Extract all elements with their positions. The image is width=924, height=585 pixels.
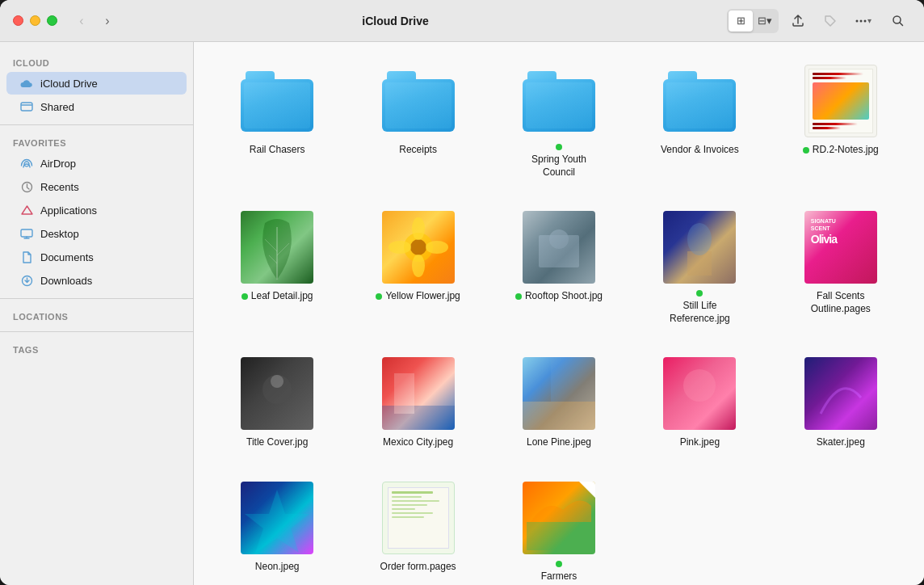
svg-point-10: [410, 239, 426, 255]
list-view-button[interactable]: ⊟▾: [753, 11, 777, 32]
file-item-farmers-market[interactable]: Farmers Market...acket.pdf: [495, 475, 623, 585]
desktop-label: Desktop: [40, 228, 79, 240]
sidebar-item-downloads[interactable]: Downloads: [6, 269, 187, 292]
file-item-title-cover[interactable]: Title Cover.jpg: [213, 351, 341, 456]
minimize-button[interactable]: [30, 15, 40, 26]
file-item-pink[interactable]: Pink.jpeg: [636, 351, 763, 456]
file-name-still-life: Still Life Reference.jpg: [655, 290, 744, 325]
sidebar-item-icloud-drive[interactable]: iCloud Drive: [6, 72, 187, 95]
file-thumb-spring-youth-council: [523, 65, 595, 137]
tags-section-header: Tags: [0, 339, 193, 358]
svg-point-25: [683, 369, 716, 402]
file-thumb-rooftop-shoot: [523, 211, 595, 284]
file-name-mexico-city: Mexico City.jpeg: [383, 436, 453, 449]
svg-rect-24: [551, 357, 595, 402]
file-name-yellow-flower: Yellow Flower.jpg: [376, 290, 460, 303]
file-item-rd-notes[interactable]: RD.2-Notes.jpg: [777, 58, 905, 185]
file-item-lone-pine[interactable]: Lone Pine.jpeg: [495, 351, 623, 456]
sync-dot-flower: [376, 293, 382, 300]
sidebar-divider-1: [0, 124, 193, 125]
downloads-icon: [19, 273, 34, 288]
file-thumb-rail-chasers: [241, 65, 313, 137]
sync-dot-rooftop: [515, 293, 522, 300]
file-area: Rail Chasers Receipts: [194, 42, 924, 585]
file-item-yellow-flower[interactable]: Yellow Flower.jpg: [354, 204, 481, 331]
file-thumb-fall-scents: SIGNATUSCENT Olivia: [804, 211, 877, 284]
file-item-leaf-detail[interactable]: Leaf Detail.jpg: [213, 204, 341, 331]
sync-dot-spring: [556, 144, 562, 150]
file-item-receipts[interactable]: Receipts: [354, 58, 481, 185]
svg-rect-22: [394, 373, 414, 414]
icloud-section-header: iCloud: [0, 52, 193, 71]
file-thumb-pink: [663, 357, 736, 430]
file-thumb-title-cover: [241, 357, 313, 430]
traffic-lights: [13, 15, 57, 26]
file-thumb-vendor-invoices: [663, 65, 736, 137]
file-thumb-leaf-detail: [241, 211, 313, 284]
file-thumb-mexico-city: [382, 357, 455, 430]
file-item-spring-youth-council[interactable]: Spring Youth Council: [495, 58, 623, 185]
svg-point-18: [687, 223, 712, 255]
file-name-neon: Neon.jpeg: [255, 561, 300, 574]
grid-view-button[interactable]: ⊞: [729, 11, 753, 32]
share-button[interactable]: [785, 8, 811, 34]
close-button[interactable]: [13, 15, 23, 26]
file-item-rail-chasers[interactable]: Rail Chasers: [213, 58, 341, 185]
documents-icon: [19, 250, 34, 264]
tag-button[interactable]: [817, 8, 843, 34]
svg-rect-27: [527, 522, 591, 550]
svg-rect-26: [804, 357, 877, 430]
file-thumb-order-form: [382, 482, 455, 554]
applications-icon: [19, 203, 34, 217]
file-item-still-life[interactable]: Still Life Reference.jpg: [636, 204, 763, 331]
svg-rect-4: [21, 103, 32, 111]
shared-icon: [19, 99, 34, 114]
file-thumb-rd-notes: [804, 65, 877, 137]
svg-point-2: [863, 19, 866, 22]
file-name-lone-pine: Lone Pine.jpeg: [527, 436, 591, 449]
file-item-mexico-city[interactable]: Mexico City.jpeg: [354, 351, 481, 456]
search-button[interactable]: [885, 8, 911, 34]
file-thumb-lone-pine: [523, 357, 595, 430]
file-thumb-receipts: [382, 65, 455, 137]
file-name-fall-scents: Fall Scents Outline.pages: [796, 290, 885, 315]
sidebar-item-shared[interactable]: Shared: [6, 95, 187, 118]
file-item-fall-scents[interactable]: SIGNATUSCENT Olivia Fall Scents Outline.…: [777, 204, 905, 331]
file-name-title-cover: Title Cover.jpg: [246, 436, 308, 449]
titlebar: ‹ › iCloud Drive ⊞ ⊟▾: [0, 0, 924, 42]
file-name-leaf-detail: Leaf Detail.jpg: [242, 290, 313, 303]
svg-point-0: [855, 19, 858, 22]
svg-point-14: [426, 241, 448, 254]
file-item-order-form[interactable]: Order form.pages: [354, 475, 481, 585]
file-name-order-form: Order form.pages: [380, 561, 456, 574]
file-name-pink: Pink.jpeg: [680, 436, 720, 449]
toolbar-right: ⊞ ⊟▾ ▾: [727, 8, 911, 34]
maximize-button[interactable]: [47, 15, 57, 26]
file-item-neon[interactable]: Neon.jpeg: [213, 475, 341, 585]
file-name-rd-notes: RD.2-Notes.jpg: [803, 144, 879, 157]
sidebar-item-applications[interactable]: Applications: [6, 199, 187, 221]
svg-point-13: [388, 241, 411, 254]
sidebar-item-desktop[interactable]: Desktop: [6, 222, 187, 245]
file-name-spring-youth-council: Spring Youth Council: [514, 144, 603, 179]
sync-dot-farmers: [556, 561, 562, 567]
sync-dot-rd: [803, 147, 809, 154]
documents-label: Documents: [40, 251, 94, 263]
sync-dot-still: [696, 290, 703, 297]
file-item-skater[interactable]: Skater.jpeg: [777, 351, 905, 456]
recents-icon: [19, 179, 34, 194]
sidebar-divider-3: [0, 331, 193, 332]
sidebar-item-documents[interactable]: Documents: [6, 246, 187, 268]
file-item-rooftop-shoot[interactable]: Rooftop Shoot.jpg: [495, 204, 623, 331]
sidebar-item-airdrop[interactable]: AirDrop: [6, 152, 187, 175]
more-button[interactable]: ▾: [850, 8, 876, 34]
file-item-vendor-invoices[interactable]: Vendor & Invoices: [636, 58, 763, 185]
svg-rect-7: [21, 229, 32, 237]
sidebar-item-recents[interactable]: Recents: [6, 175, 187, 198]
airdrop-label: AirDrop: [40, 158, 76, 170]
icloud-drive-label: iCloud Drive: [40, 78, 98, 90]
recents-label: Recents: [40, 181, 79, 193]
svg-rect-23: [523, 402, 595, 430]
airdrop-icon: [19, 156, 34, 170]
file-name-skater: Skater.jpeg: [817, 436, 865, 449]
